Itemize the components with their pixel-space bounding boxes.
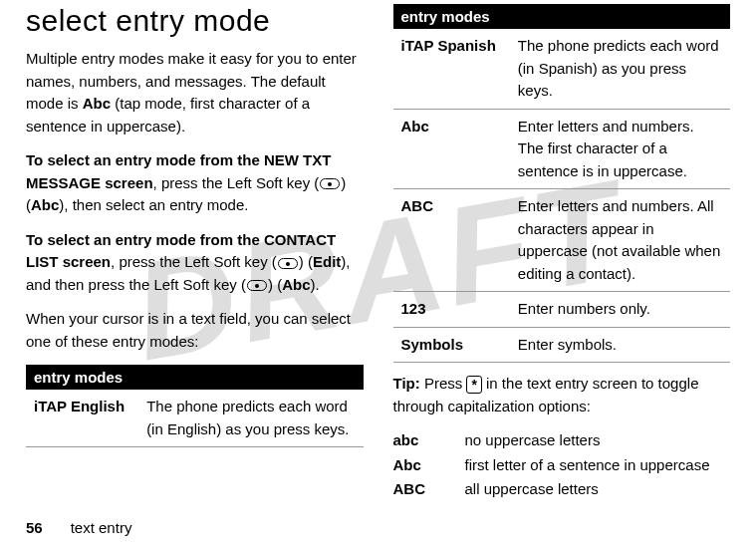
softkey-label: Abc (31, 196, 59, 213)
mode-description: Enter symbols. (510, 327, 730, 363)
mode-description: The phone predicts each word (in Spanish… (510, 29, 730, 109)
mode-description: The phone predicts each word (in English… (138, 390, 363, 447)
mode-label: Symbols (393, 327, 510, 363)
mode-label: 123 (393, 292, 510, 328)
entry-modes-table-left: entry modes iTAP English The phone predi… (26, 365, 364, 447)
caps-label: abc (393, 429, 433, 452)
page-content: select entry mode Multiple entry modes m… (0, 0, 756, 503)
text: screen (59, 253, 112, 270)
softkey-label: Abc (282, 276, 310, 293)
left-soft-key-icon (278, 258, 298, 269)
table-row: iTAP English The phone predicts each wor… (26, 390, 364, 447)
page-footer: 56text entry (26, 519, 131, 536)
mode-description: Enter letters and numbers. All character… (510, 189, 730, 292)
table-row: Symbols Enter symbols. (393, 327, 731, 363)
caps-desc: all uppercase letters (465, 478, 599, 501)
text: , press the Left Soft key ( (153, 174, 320, 191)
tip-label: Tip: (393, 375, 420, 392)
caps-label: Abc (393, 454, 433, 477)
table-row: 123 Enter numbers only. (393, 292, 731, 328)
text: To select an entry mode from the (26, 231, 264, 248)
cursor-paragraph: When your cursor is in a text field, you… (26, 308, 364, 353)
mode-label: ABC (393, 189, 510, 292)
caps-desc: first letter of a sentence in uppercase (465, 454, 710, 477)
text: screen (101, 174, 153, 191)
left-soft-key-icon (247, 280, 267, 291)
table-header: entry modes (26, 365, 364, 390)
table-row: iTAP Spanish The phone predicts each wor… (393, 29, 731, 109)
softkey-label: Edit (313, 253, 341, 270)
star-key-icon: * (466, 376, 481, 394)
text: Press (420, 375, 467, 392)
text: ), then select an entry mode. (59, 196, 248, 213)
capitalization-options: abc no uppercase letters Abc first lette… (393, 429, 731, 501)
select-from-new-txt: To select an entry mode from the NEW TXT… (26, 149, 364, 217)
left-soft-key-icon (320, 178, 340, 189)
footer-section: text entry (71, 519, 132, 536)
intro-paragraph: Multiple entry modes make it easy for yo… (26, 48, 364, 137)
text: ) ( (268, 276, 282, 293)
table-row: ABC Enter letters and numbers. All chara… (393, 189, 731, 292)
mode-description: Enter letters and numbers. The first cha… (510, 109, 730, 189)
caps-desc: no uppercase letters (465, 429, 601, 452)
list-item: abc no uppercase letters (393, 429, 731, 452)
text: ) ( (299, 253, 313, 270)
mode-label: iTAP Spanish (393, 29, 510, 109)
text: To select an entry mode from the (26, 151, 264, 168)
caps-label: ABC (393, 478, 433, 501)
mode-label: iTAP English (26, 390, 138, 447)
table-row: Abc Enter letters and numbers. The first… (393, 109, 731, 189)
text: , press the Left Soft key ( (111, 253, 277, 270)
tip-paragraph: Tip: Press * in the text entry screen to… (393, 373, 731, 417)
mode-label: Abc (393, 109, 510, 189)
text: ). (310, 276, 319, 293)
page-heading: select entry mode (26, 4, 364, 38)
page-number: 56 (26, 519, 43, 536)
mode-description: Enter numbers only. (510, 292, 730, 328)
list-item: ABC all uppercase letters (393, 478, 731, 501)
mode-abc: Abc (83, 95, 111, 112)
entry-modes-table-right: entry modes iTAP Spanish The phone predi… (393, 4, 731, 363)
left-column: select entry mode Multiple entry modes m… (26, 4, 364, 503)
select-from-contact-list: To select an entry mode from the CONTACT… (26, 229, 364, 297)
table-header: entry modes (393, 4, 731, 29)
right-column: entry modes iTAP Spanish The phone predi… (393, 4, 731, 503)
list-item: Abc first letter of a sentence in upperc… (393, 454, 731, 477)
